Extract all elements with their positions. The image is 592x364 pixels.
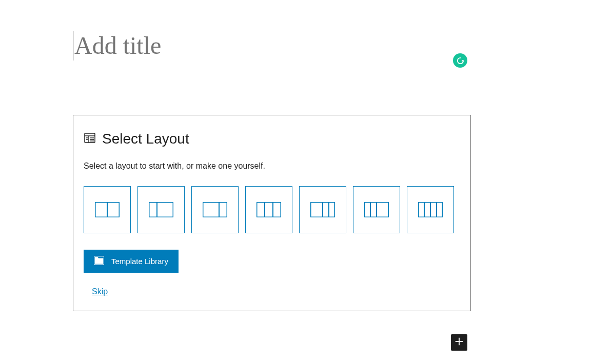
layout-three-col-right-wide[interactable] bbox=[353, 186, 400, 233]
panel-title: Select Layout bbox=[102, 131, 189, 147]
skip-button[interactable]: Skip bbox=[84, 283, 116, 300]
svg-rect-12 bbox=[203, 202, 227, 217]
grammarly-icon[interactable] bbox=[453, 53, 467, 68]
plus-icon bbox=[453, 336, 465, 349]
folder-icon bbox=[94, 256, 104, 267]
panel-subtitle: Select a layout to start with, or make o… bbox=[84, 161, 460, 171]
layout-two-col-left-narrow[interactable] bbox=[137, 186, 185, 233]
layout-options-grid bbox=[84, 186, 460, 233]
svg-rect-10 bbox=[149, 202, 173, 217]
layout-icon bbox=[84, 132, 96, 146]
layout-three-col-equal[interactable] bbox=[245, 186, 292, 233]
svg-rect-14 bbox=[257, 202, 281, 217]
page-title-input[interactable] bbox=[73, 31, 463, 60]
layout-two-col-equal[interactable] bbox=[84, 186, 131, 233]
layout-selector-panel: Select Layout Select a layout to start w… bbox=[73, 115, 471, 311]
layout-four-col-equal[interactable] bbox=[407, 186, 454, 233]
add-block-button[interactable] bbox=[451, 334, 467, 351]
template-library-label: Template Library bbox=[111, 257, 168, 266]
layout-two-col-right-narrow[interactable] bbox=[191, 186, 239, 233]
template-library-button[interactable]: Template Library bbox=[84, 250, 179, 273]
panel-header: Select Layout bbox=[84, 131, 460, 147]
layout-three-col-left-wide[interactable] bbox=[299, 186, 346, 233]
